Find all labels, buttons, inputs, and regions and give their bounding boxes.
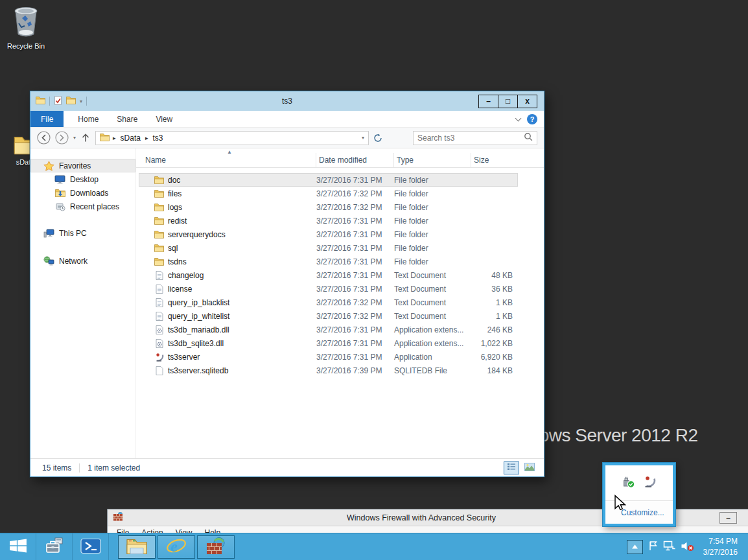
file-row-query_ip_blacklist[interactable]: query_ip_blacklist3/27/2016 7:32 PMText … bbox=[139, 296, 518, 309]
sidebar-item-this-pc[interactable]: This PC bbox=[30, 226, 135, 240]
file-row-sql[interactable]: sql3/27/2016 7:31 PMFile folder bbox=[139, 241, 518, 255]
file-type: File folder bbox=[394, 203, 471, 212]
maximize-button[interactable]: □ bbox=[498, 95, 518, 108]
column-header-name[interactable]: Name bbox=[145, 153, 316, 167]
popup-ts3-server-icon[interactable] bbox=[643, 475, 657, 491]
taskbar-powershell-button[interactable] bbox=[73, 533, 109, 560]
file-date: 3/27/2016 7:31 PM bbox=[316, 230, 394, 239]
taskbar-server-manager-button[interactable] bbox=[36, 533, 73, 560]
file-type: Application extens... bbox=[394, 325, 471, 334]
sidebar-item-network[interactable]: Network bbox=[30, 254, 135, 268]
recycle-bin-desktop-icon[interactable]: Recycle Bin bbox=[5, 4, 47, 50]
file-name: ts3server bbox=[168, 353, 200, 362]
file-row-files[interactable]: files3/27/2016 7:32 PMFile folder bbox=[139, 187, 518, 200]
file-row-ts3server.sqlitedb[interactable]: ts3server.sqlitedb3/27/2016 7:39 PMSQLIT… bbox=[139, 364, 518, 377]
folder-icon bbox=[154, 216, 164, 225]
file-row-ts3db_sqlite3.dll[interactable]: ts3db_sqlite3.dll3/27/2016 7:31 PMApplic… bbox=[139, 336, 518, 350]
column-header-date-modified[interactable]: Date modified bbox=[316, 153, 394, 167]
file-name: query_ip_blacklist bbox=[168, 298, 229, 307]
file-size: 1,022 KB bbox=[471, 339, 513, 348]
thumbnails-view-button[interactable] bbox=[522, 461, 537, 474]
tab-view[interactable]: View bbox=[146, 111, 181, 127]
file-date: 3/27/2016 7:32 PM bbox=[316, 298, 394, 307]
file-row-changelog[interactable]: changelog3/27/2016 7:31 PMText Document4… bbox=[139, 268, 518, 282]
chevron-up-icon bbox=[631, 542, 638, 552]
sidebar-item-label: Desktop bbox=[70, 175, 99, 184]
sidebar-item-desktop[interactable]: Desktop bbox=[30, 172, 135, 186]
tray-show-hidden-icons-button[interactable] bbox=[627, 540, 643, 554]
thumbnails-view-icon bbox=[524, 463, 535, 473]
sidebar-item-favorites[interactable]: Favorites bbox=[30, 159, 135, 172]
file-date: 3/27/2016 7:31 PM bbox=[316, 353, 394, 362]
tab-home[interactable]: Home bbox=[69, 111, 108, 127]
folder-icon bbox=[154, 230, 164, 239]
sidebar-item-recent-places[interactable]: Recent places bbox=[30, 200, 135, 213]
refresh-icon[interactable] bbox=[373, 134, 382, 143]
file-date: 3/27/2016 7:32 PM bbox=[316, 203, 394, 212]
taskbar-windows-firewall-button[interactable] bbox=[197, 535, 235, 559]
breadcrumb-sdata[interactable]: sData bbox=[119, 134, 142, 143]
firewall-minimize-button[interactable]: – bbox=[719, 512, 737, 524]
taskbar-start-button[interactable] bbox=[0, 533, 36, 560]
downloads-icon bbox=[54, 189, 65, 198]
search-box[interactable] bbox=[413, 131, 537, 145]
column-header-type[interactable]: Type bbox=[394, 153, 471, 167]
customize-qat-icon[interactable]: ▾ bbox=[80, 99, 82, 104]
dll-icon bbox=[154, 339, 164, 348]
file-row-doc[interactable]: doc3/27/2016 7:31 PMFile folder bbox=[139, 173, 518, 187]
tab-share[interactable]: Share bbox=[108, 111, 146, 127]
help-icon[interactable]: ? bbox=[527, 114, 537, 124]
file-row-redist[interactable]: redist3/27/2016 7:31 PMFile folder bbox=[139, 214, 518, 228]
file-row-ts3server[interactable]: ts3server3/27/2016 7:31 PMApplication6,9… bbox=[139, 350, 518, 364]
column-header-size[interactable]: Size bbox=[471, 153, 513, 167]
file-row-query_ip_whitelist[interactable]: query_ip_whitelist3/27/2016 7:32 PMText … bbox=[139, 309, 518, 323]
firewall-large-icon bbox=[206, 537, 226, 557]
forward-icon[interactable] bbox=[55, 131, 69, 145]
file-row-serverquerydocs[interactable]: serverquerydocs3/27/2016 7:31 PMFile fol… bbox=[139, 228, 518, 241]
taskbar-clock[interactable]: 7:54 PM 3/27/2016 bbox=[703, 536, 738, 557]
taskbar-internet-explorer-button[interactable]: e bbox=[158, 535, 195, 559]
window-controls: – □ x bbox=[479, 95, 544, 108]
taskbar-file-explorer-button[interactable] bbox=[118, 535, 156, 559]
tab-file[interactable]: File bbox=[30, 111, 64, 127]
tray-network-button[interactable] bbox=[663, 541, 675, 553]
mouse-cursor bbox=[614, 495, 627, 512]
network-tray-icon bbox=[663, 541, 675, 553]
recent-locations-icon[interactable]: ▾ bbox=[73, 135, 76, 141]
text-doc-icon bbox=[154, 298, 164, 307]
search-input[interactable] bbox=[417, 134, 524, 143]
file-row-tsdns[interactable]: tsdns3/27/2016 7:31 PMFile folder bbox=[139, 255, 518, 268]
file-date: 3/27/2016 7:31 PM bbox=[316, 271, 394, 280]
file-type: Text Document bbox=[394, 312, 471, 321]
minimize-button[interactable]: – bbox=[478, 95, 498, 108]
file-row-logs[interactable]: logs3/27/2016 7:32 PMFile folder bbox=[139, 200, 518, 214]
address-dropdown-icon[interactable]: ▾ bbox=[362, 135, 364, 141]
up-icon[interactable] bbox=[80, 132, 91, 143]
new-folder-icon[interactable] bbox=[66, 96, 76, 106]
expand-ribbon-icon[interactable] bbox=[515, 115, 522, 121]
file-type: SQLITEDB File bbox=[394, 366, 471, 375]
explorer-sidebar: FavoritesDesktopDownloadsRecent placesTh… bbox=[30, 148, 135, 458]
file-row-license[interactable]: license3/27/2016 7:31 PMText Document36 … bbox=[139, 282, 518, 296]
file-name: logs bbox=[168, 203, 182, 212]
file-date: 3/27/2016 7:31 PM bbox=[316, 244, 394, 253]
address-bar[interactable]: ▸ sData ▸ ts3 ▾ bbox=[95, 131, 369, 145]
powershell-icon bbox=[80, 538, 101, 556]
taskbar-buttons: e bbox=[0, 533, 235, 560]
popup-safely-remove-hardware-icon[interactable] bbox=[621, 475, 635, 491]
sidebar-item-downloads[interactable]: Downloads bbox=[30, 186, 135, 200]
tray-action-center-button[interactable] bbox=[648, 541, 658, 553]
back-icon[interactable] bbox=[37, 131, 51, 145]
details-view-button[interactable] bbox=[504, 461, 519, 474]
file-type: Application extens... bbox=[394, 339, 471, 348]
file-name: redist bbox=[168, 216, 187, 226]
properties-icon[interactable] bbox=[54, 96, 62, 107]
tray-volume-muted-button[interactable] bbox=[681, 541, 694, 554]
file-name: changelog bbox=[168, 271, 204, 280]
breadcrumb-ts3[interactable]: ts3 bbox=[151, 134, 164, 143]
file-row-ts3db_mariadb.dll[interactable]: ts3db_mariadb.dll3/27/2016 7:31 PMApplic… bbox=[139, 323, 518, 336]
text-doc-icon bbox=[154, 285, 164, 294]
close-button[interactable]: x bbox=[517, 95, 537, 108]
explorer-titlebar[interactable]: ▾ ts3 – □ x bbox=[30, 91, 544, 111]
file-size: 36 KB bbox=[471, 285, 513, 294]
